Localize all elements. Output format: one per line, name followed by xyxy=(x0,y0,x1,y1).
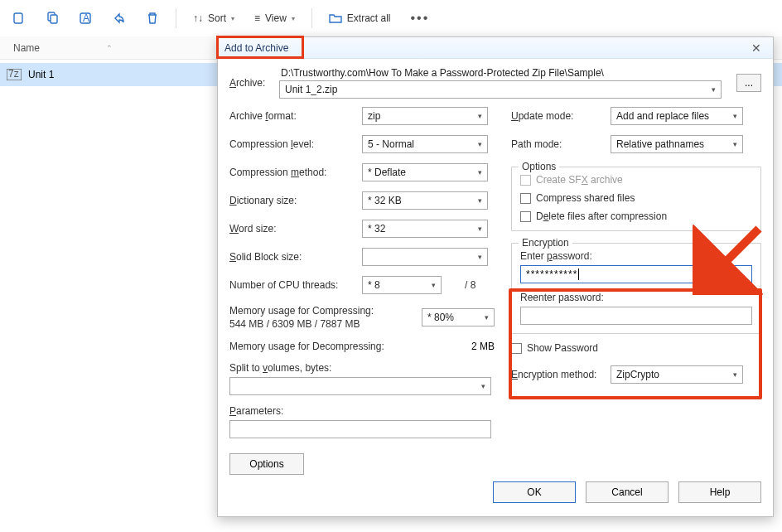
reenter-pw-label: Reenter password: xyxy=(520,292,752,303)
new-tab-icon[interactable] xyxy=(7,5,33,31)
view-button[interactable]: ≡ View ▾ xyxy=(248,9,302,27)
show-pw-checkbox[interactable]: Show Password xyxy=(511,342,761,354)
options-button[interactable]: Options xyxy=(229,453,304,475)
chevron-down-icon: ▾ xyxy=(733,140,737,148)
more-button[interactable]: ••• xyxy=(404,11,437,26)
threads-select[interactable]: * 8▾ xyxy=(362,276,442,294)
extract-icon xyxy=(329,12,342,26)
svg-text:A: A xyxy=(83,12,89,24)
sort-label: Sort xyxy=(208,12,226,24)
dict-select[interactable]: * 32 KB▾ xyxy=(362,191,488,210)
add-to-archive-dialog: Add to Archive ✕ Archive: D:\Trustworthy… xyxy=(217,36,774,517)
separator xyxy=(311,8,312,28)
ok-button[interactable]: OK xyxy=(493,481,576,503)
checkbox-icon xyxy=(520,211,531,222)
dialog-body: Archive: D:\Trustworthy.com\How To Make … xyxy=(218,59,773,516)
browse-label: ... xyxy=(745,77,753,89)
archive-filename-select[interactable]: Unit 1_2.zip ▾ xyxy=(279,80,722,99)
copy-icon[interactable] xyxy=(40,5,66,31)
separator xyxy=(176,8,176,28)
params-input[interactable] xyxy=(229,420,491,438)
archive-path: D:\Trustworthy.com\How To Make a Passwor… xyxy=(281,67,722,79)
enter-pw-label: Enter password: xyxy=(520,250,752,262)
chevron-down-icon: ▾ xyxy=(733,370,737,379)
text-cursor xyxy=(578,268,579,280)
word-label: Word size: xyxy=(229,223,362,235)
dialog-buttons: OK Cancel Help xyxy=(229,475,761,510)
chevron-down-icon: ▾ xyxy=(478,168,482,177)
close-icon[interactable]: ✕ xyxy=(746,41,766,55)
chevron-down-icon: ▾ xyxy=(478,196,482,205)
browse-button[interactable]: ... xyxy=(736,74,761,92)
shared-checkbox[interactable]: Compress shared files xyxy=(520,192,752,204)
chevron-down-icon: ▾ xyxy=(712,85,716,94)
chevron-down-icon: ▾ xyxy=(485,313,489,322)
extract-button[interactable]: Extract all xyxy=(322,8,398,29)
update-select[interactable]: Add and replace files▾ xyxy=(611,107,743,125)
chevron-down-icon: ▾ xyxy=(478,225,482,233)
svg-text:7z: 7z xyxy=(8,69,19,80)
chevron-down-icon: ▾ xyxy=(733,112,737,120)
level-label: Compression level: xyxy=(229,138,362,150)
rename-icon[interactable]: A xyxy=(73,5,99,31)
dialog-titlebar[interactable]: Add to Archive ✕ xyxy=(218,37,773,59)
mem-comp-label: Memory usage for Compressing: xyxy=(229,304,374,317)
options-group-title: Options xyxy=(519,161,559,172)
delete-icon[interactable] xyxy=(139,5,166,31)
format-label: Archive format: xyxy=(229,110,362,122)
chevron-down-icon: ▾ xyxy=(478,112,482,120)
chevron-down-icon: ▾ xyxy=(432,281,436,289)
sort-indicator-icon: ⌃ xyxy=(106,44,113,52)
params-label: Parameters: xyxy=(229,405,495,417)
column-name-label: Name xyxy=(13,42,40,54)
sort-icon: ↑↓ xyxy=(193,12,203,24)
reenter-pw-input[interactable] xyxy=(520,307,752,325)
share-icon[interactable] xyxy=(106,5,133,31)
archive-filename: Unit 1_2.zip xyxy=(285,84,337,95)
mem-comp-sub: 544 MB / 6309 MB / 7887 MB xyxy=(229,317,374,331)
enter-pw-input[interactable]: *********** xyxy=(520,265,752,283)
extract-label: Extract all xyxy=(347,12,391,24)
chevron-down-icon: ▾ xyxy=(231,15,234,22)
help-button[interactable]: Help xyxy=(678,481,761,503)
block-select[interactable]: ▾ xyxy=(362,248,488,266)
column-name[interactable]: Name ⌃ xyxy=(13,42,179,54)
update-label: Update mode: xyxy=(511,110,611,122)
pathmode-select[interactable]: Relative pathnames▾ xyxy=(611,135,743,153)
view-label: View xyxy=(265,12,287,24)
chevron-down-icon: ▾ xyxy=(292,15,295,22)
archive-label: Archive: xyxy=(229,77,276,89)
view-icon: ≡ xyxy=(254,12,260,24)
split-label: Split to volumes, bytes: xyxy=(229,362,495,374)
mem-comp-select[interactable]: * 80%▾ xyxy=(422,308,495,326)
options-group: Options Create SFX archive Compress shar… xyxy=(511,167,761,231)
method-select[interactable]: * Deflate▾ xyxy=(362,163,488,181)
svg-rect-0 xyxy=(14,13,22,23)
checkbox-icon xyxy=(520,175,531,186)
archive-icon: 7z xyxy=(7,69,22,80)
cancel-button[interactable]: Cancel xyxy=(586,481,669,503)
threads-total: / 8 xyxy=(465,279,475,291)
main-toolbar: A ↑↓ Sort ▾ ≡ View ▾ Extract all ••• xyxy=(0,0,782,36)
enc-method-select[interactable]: ZipCrypto▾ xyxy=(611,365,743,384)
method-label: Compression method: xyxy=(229,167,362,178)
split-select[interactable]: ▾ xyxy=(229,377,491,395)
file-name: Unit 1 xyxy=(28,69,54,80)
level-select[interactable]: 5 - Normal▾ xyxy=(362,135,488,153)
sort-button[interactable]: ↑↓ Sort ▾ xyxy=(186,9,241,27)
sfx-checkbox: Create SFX archive xyxy=(520,174,752,186)
format-select[interactable]: zip▾ xyxy=(362,107,488,125)
block-label: Solid Block size: xyxy=(229,251,362,263)
chevron-down-icon: ▾ xyxy=(481,382,485,390)
delete-checkbox[interactable]: Delete files after compression xyxy=(520,210,752,222)
encryption-group: Encryption Enter password: *********** R… xyxy=(511,243,761,334)
dict-label: Dictionary size: xyxy=(229,195,362,206)
checkbox-icon xyxy=(511,343,522,354)
enc-method-label: Encryption method: xyxy=(511,369,611,380)
chevron-down-icon: ▾ xyxy=(478,140,482,148)
svg-rect-2 xyxy=(51,15,57,23)
word-select[interactable]: * 32▾ xyxy=(362,220,488,238)
chevron-down-icon: ▾ xyxy=(478,253,482,261)
dialog-title: Add to Archive xyxy=(224,42,288,54)
mem-decomp-label: Memory usage for Decompressing: xyxy=(229,341,384,352)
